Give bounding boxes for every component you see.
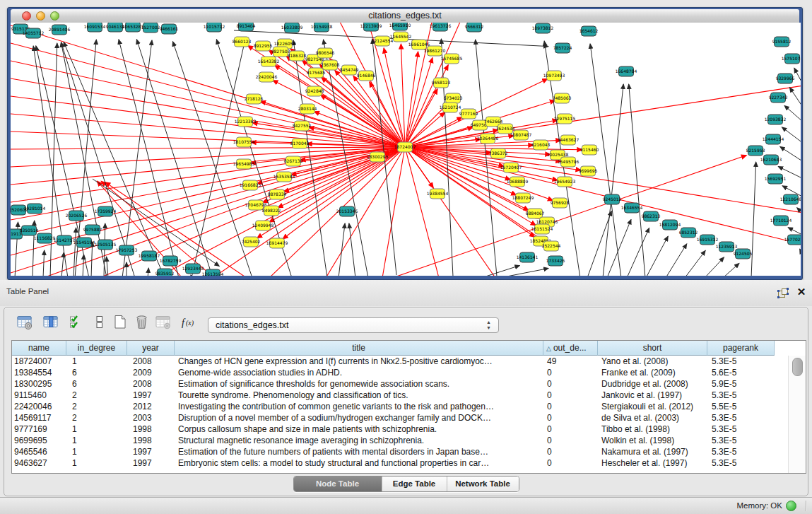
graph-node[interactable]: 9245012: [603, 194, 622, 204]
graph-node[interactable]: 8454749: [340, 65, 359, 75]
graph-node[interactable]: 2367608: [321, 60, 340, 70]
graph-node[interactable]: 10807487: [510, 130, 532, 140]
graph-node[interactable]: 9862313: [642, 211, 661, 221]
tab-edge-table[interactable]: Edge Table: [382, 477, 447, 491]
graph-node[interactable]: 9777169: [459, 109, 478, 119]
graph-node[interactable]: 15692951: [765, 174, 787, 184]
graph-node[interactable]: 1527002: [141, 23, 160, 33]
graph-node[interactable]: 19166825: [240, 180, 261, 190]
graph-node[interactable]: 18107554: [233, 137, 255, 147]
graph-node[interactable]: 16210643: [760, 155, 782, 165]
graph-node[interactable]: 16915312: [697, 235, 719, 245]
graph-node[interactable]: 12444154: [763, 134, 784, 144]
graph-node[interactable]: 7386372: [489, 148, 508, 158]
graph-node[interactable]: 18300295: [367, 152, 389, 162]
graph-node[interactable]: 15353584: [273, 172, 295, 182]
table-settings-icon[interactable]: [17, 315, 35, 332]
graph-node[interactable]: 1733426: [546, 256, 565, 266]
graph-node[interactable]: 15720407: [500, 163, 522, 173]
graph-node[interactable]: 17710124: [770, 216, 792, 226]
graph-node[interactable]: 19613726: [430, 23, 452, 31]
select-attributes-icon[interactable]: [69, 315, 88, 332]
table-row[interactable]: 969969511998Structural magnetic resonanc…: [12, 435, 775, 446]
graph-node[interactable]: 19654985: [233, 159, 255, 169]
graph-node[interactable]: 12210648: [780, 194, 801, 204]
network-window-titlebar[interactable]: citations_edges.txt: [11, 9, 799, 23]
graph-node[interactable]: 9155812: [772, 37, 792, 47]
column-header-title[interactable]: title: [175, 341, 543, 356]
graph-node[interactable]: 12093832: [765, 115, 787, 124]
graph-node[interactable]: 9124505: [734, 249, 753, 259]
graph-node[interactable]: 9175685: [307, 68, 326, 78]
graph-node[interactable]: 16346554: [621, 203, 643, 213]
graph-node[interactable]: 20364486: [477, 134, 499, 144]
graph-node[interactable]: 12505135: [95, 240, 117, 250]
graph-node[interactable]: 9146846: [357, 71, 376, 81]
graph-node[interactable]: 9115460: [580, 145, 599, 155]
graph-node[interactable]: 2718126: [245, 94, 264, 104]
tab-network-table[interactable]: Network Table: [447, 477, 519, 491]
column-header-short[interactable]: short: [598, 341, 707, 356]
graph-node[interactable]: 22420046: [256, 72, 278, 82]
tab-node-table[interactable]: Node Table: [294, 477, 382, 491]
graph-node[interactable]: 16914479: [266, 238, 288, 248]
graph-node[interactable]: 20153346: [336, 206, 358, 216]
graph-node[interactable]: 12213909: [360, 23, 382, 31]
table-row[interactable]: 911546021997Tourette syndrome. Phenomeno…: [12, 390, 775, 401]
delete-table-icon[interactable]: [134, 315, 153, 332]
column-header-out_de[interactable]: △out_de...: [543, 341, 598, 356]
graph-node[interactable]: 11156829: [34, 233, 56, 243]
graph-node[interactable]: 9975887: [83, 225, 102, 235]
graph-node[interactable]: 12409948: [252, 221, 274, 230]
graph-node[interactable]: 7485063: [553, 93, 572, 103]
graph-node[interactable]: 11235913: [716, 242, 738, 252]
graph-node[interactable]: 15812094: [659, 220, 681, 230]
graph-node[interactable]: 8267130: [284, 156, 303, 166]
graph-node[interactable]: 8660123: [233, 37, 252, 47]
graph-node[interactable]: 9329966: [776, 74, 795, 83]
graph-node[interactable]: 16495796: [558, 157, 579, 167]
table-row[interactable]: 977716911998Corpus callosum shape and si…: [12, 424, 775, 435]
table-row[interactable]: 1872400712008Changes of HCN gene express…: [12, 356, 775, 367]
table-row[interactable]: 946362711997Embryonic stem cells: a mode…: [12, 457, 775, 469]
graph-node[interactable]: 7425402: [242, 237, 261, 247]
graph-node[interactable]: 10973812: [532, 23, 554, 33]
row-height-icon[interactable]: [92, 315, 110, 332]
graph-node[interactable]: 19654923: [554, 177, 576, 187]
graph-node[interactable]: 16091534: [84, 23, 106, 32]
graph-node[interactable]: 20206526: [66, 211, 88, 221]
graph-node[interactable]: 9756928: [551, 198, 570, 208]
graph-node[interactable]: 6734023: [444, 93, 463, 103]
graph-node[interactable]: 19281014: [24, 204, 46, 214]
graph-node[interactable]: 14463627: [558, 135, 579, 145]
graph-node[interactable]: 16033809: [281, 23, 303, 33]
graph-node[interactable]: 15770212: [784, 235, 801, 245]
graph-node[interactable]: 6852312: [679, 228, 698, 238]
graph-node[interactable]: 19384554: [427, 189, 449, 199]
graph-node[interactable]: 16648784: [616, 66, 637, 76]
table-row[interactable]: 2242004622012Investigating the contribut…: [12, 401, 775, 412]
graph-node[interactable]: 15751074: [782, 54, 801, 64]
graph-node[interactable]: 16210724: [440, 103, 461, 112]
table-row[interactable]: 946554611997Estimation of the future num…: [12, 446, 775, 457]
graph-node[interactable]: 9806546: [316, 48, 335, 58]
network-canvas[interactable]: 8660123891295518226058982750316543382818…: [11, 23, 801, 276]
graph-node[interactable]: 2522544: [542, 241, 561, 251]
new-table-icon[interactable]: [112, 315, 131, 332]
graph-node[interactable]: 10154938: [311, 23, 333, 32]
table-row[interactable]: 1830029562008Estimation of significance …: [12, 378, 775, 390]
import-table-disabled-icon[interactable]: [155, 315, 174, 332]
table-row[interactable]: 1938455462009Genome-wide association stu…: [12, 367, 775, 378]
graph-node[interactable]: 2803144: [298, 104, 317, 114]
float-panel-icon[interactable]: [777, 288, 789, 298]
graph-node[interactable]: 8215958: [746, 146, 765, 156]
graph-node[interactable]: 9835912: [155, 269, 175, 276]
graph-node[interactable]: 17957253: [116, 245, 138, 255]
graph-node[interactable]: 9466161: [160, 24, 179, 34]
column-select-icon[interactable]: [43, 315, 61, 332]
column-header-year[interactable]: year: [127, 341, 175, 356]
graph-node[interactable]: 19861270: [424, 46, 446, 56]
graph-node[interactable]: 10973493: [543, 71, 565, 81]
vertical-scrollbar[interactable]: [788, 356, 806, 473]
graph-node[interactable]: 12142757: [54, 235, 76, 245]
